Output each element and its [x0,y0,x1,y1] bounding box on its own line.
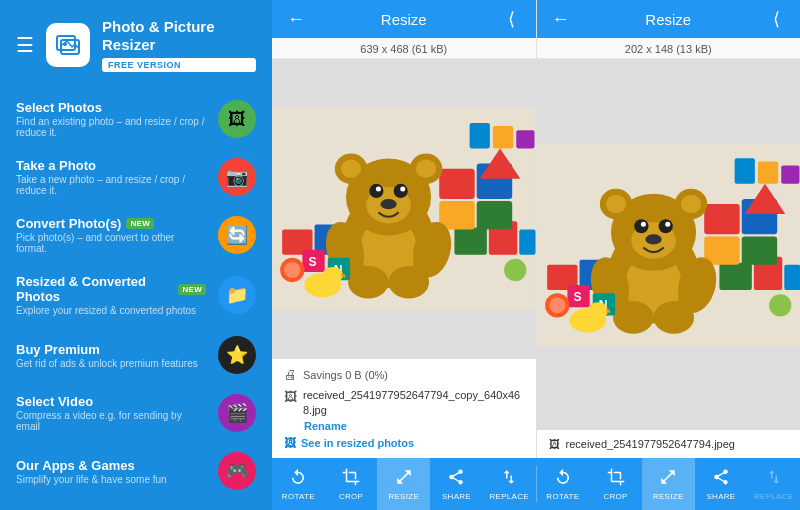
menu-item-sub-4: Get rid of ads & unlock premium features [16,358,206,369]
toolbar-btn-rotate-right-toolbar[interactable]: ROTATE [537,458,590,510]
menu-item-label-1: Take a Photo [16,158,206,173]
svg-point-33 [348,266,389,298]
svg-rect-16 [493,126,513,148]
menu-item-sub-5: Compress a video e.g. for sending by ema… [16,410,206,432]
menu-icon-3: 📁 [218,276,256,314]
sidebar-item-4[interactable]: Buy Premium Get rid of ads & unlock prem… [0,326,272,384]
crop-label: CROP [603,492,627,501]
rotate-icon [289,468,307,490]
toolbar-btn-share-left-toolbar[interactable]: SHARE [430,458,483,510]
toolbar-btn-replace-right-toolbar: REPLACE [747,458,800,510]
svg-rect-48 [719,263,751,290]
svg-point-43 [323,267,343,283]
left-filename: received_2541977952647794_copy_640x468.j… [303,388,524,417]
menu-item-sub-0: Find an existing photo – and resize / cr… [16,116,206,138]
svg-point-34 [389,266,430,298]
savings-icon: 🖨 [284,367,297,382]
menu-item-text-5: Select Video Compress a video e.g. for s… [16,394,206,432]
toolbar-btn-resize-left-toolbar[interactable]: RESIZE [377,458,430,510]
sidebar-item-2[interactable]: Convert Photo(s) NEW Pick photo(s) – and… [0,206,272,264]
right-share-icon[interactable]: ⟨ [764,8,788,30]
right-toolbar: ROTATE CROP RESIZE SHARE REPLACE [537,458,801,510]
free-version-badge: FREE VERSION [102,58,256,72]
menu-item-text-0: Select Photos Find an existing photo – a… [16,100,206,138]
left-share-icon[interactable]: ⟨ [500,8,524,30]
right-back-icon[interactable]: ← [549,9,573,30]
right-panel-header: ← Resize ⟨ [537,0,801,38]
menu-icon-2: 🔄 [218,216,256,254]
left-image-area: S N [272,59,536,359]
svg-point-71 [645,234,661,244]
svg-rect-54 [741,236,776,264]
svg-rect-51 [704,204,739,234]
svg-rect-13 [477,201,512,229]
file-icon: 🖼 [284,389,297,404]
right-image-area: S N [537,59,801,430]
replace-label: REPLACE [489,492,528,501]
svg-rect-50 [784,265,800,290]
svg-point-70 [665,222,670,227]
resize-label: RESIZE [388,492,419,501]
toolbar-btn-rotate-left-toolbar[interactable]: ROTATE [272,458,325,510]
left-back-icon[interactable]: ← [284,9,308,30]
menu-item-text-6: Our Apps & Games Simplify your life & ha… [16,458,206,485]
sidebar-item-1[interactable]: Take a Photo Take a new photo – and resi… [0,148,272,206]
svg-point-84 [587,302,607,318]
left-toolbar: ROTATE CROP RESIZE SHARE REPLACE [272,458,536,510]
left-panel-title: Resize [308,11,500,28]
right-panel-title: Resize [573,11,765,28]
menu-item-text-3: Resized & Converted Photos NEW Explore y… [16,274,206,316]
rotate-label: ROTATE [282,492,315,501]
sidebar-item-6[interactable]: Our Apps & Games Simplify your life & ha… [0,442,272,500]
svg-point-69 [640,222,645,227]
see-icon: 🖼 [284,436,296,450]
svg-rect-7 [454,227,486,254]
resize-icon [659,468,677,490]
replace-icon [765,468,783,490]
svg-point-41 [504,259,526,281]
svg-rect-58 [781,165,799,183]
left-panel-info: 🖨 Savings 0 B (0%) 🖼 received_2541977952… [272,359,536,458]
menu-item-label-6: Our Apps & Games [16,458,206,473]
svg-rect-57 [757,161,777,183]
menu-item-sub-6: Simplify your life & have some fun [16,474,206,485]
menu-icon-5: 🎬 [218,394,256,432]
left-panel-header: ← Resize ⟨ [272,0,536,38]
rename-link[interactable]: Rename [304,420,524,432]
rotate-label: ROTATE [546,492,579,501]
see-resized-link[interactable]: 🖼 See in resized photos [284,436,524,450]
menu-icon-1: 📷 [218,158,256,196]
right-file-icon: 🖼 [549,438,560,450]
rotate-icon [554,468,572,490]
svg-rect-1 [61,40,79,54]
menu-item-label-3: Resized & Converted Photos NEW [16,274,206,304]
toolbar-btn-share-right-toolbar[interactable]: SHARE [695,458,748,510]
replace-icon [500,468,518,490]
sidebar-item-5[interactable]: Select Video Compress a video e.g. for s… [0,384,272,442]
toolbar-btn-replace-left-toolbar[interactable]: REPLACE [483,458,536,510]
menu-item-sub-2: Pick photo(s) – and convert to other for… [16,232,206,254]
svg-point-81 [549,297,565,313]
bottom-toolbar: ROTATE CROP RESIZE SHARE REPLACE ROTATE … [272,458,800,510]
sidebar-menu: Select Photos Find an existing photo – a… [0,86,272,510]
sidebar-item-3[interactable]: Resized & Converted Photos NEW Explore y… [0,264,272,326]
hamburger-icon[interactable]: ☰ [16,33,34,57]
svg-text:S: S [308,255,316,269]
toolbar-btn-resize-right-toolbar[interactable]: RESIZE [642,458,695,510]
new-badge-3: NEW [178,284,206,295]
sidebar-item-0[interactable]: Select Photos Find an existing photo – a… [0,90,272,148]
menu-item-sub-3: Explore your resized & converted photos [16,305,206,316]
svg-point-26 [369,184,383,198]
resize-icon [395,468,413,490]
svg-point-22 [341,160,361,178]
menu-item-text-1: Take a Photo Take a new photo – and resi… [16,158,206,196]
left-panel: ← Resize ⟨ 639 x 468 (61 kB) [272,0,537,458]
toolbar-btn-crop-left-toolbar[interactable]: CROP [325,458,378,510]
right-filename: received_2541977952647794.jpeg [566,438,735,450]
sidebar-header: ☰ Photo & Picture Resizer FREE VERSION [0,0,272,86]
header-text: Photo & Picture Resizer FREE VERSION [102,18,256,72]
toolbar-btn-crop-right-toolbar[interactable]: CROP [589,458,642,510]
svg-point-82 [769,294,791,316]
filename-row: 🖼 received_2541977952647794_copy_640x468… [284,388,524,417]
app-logo [46,23,90,67]
